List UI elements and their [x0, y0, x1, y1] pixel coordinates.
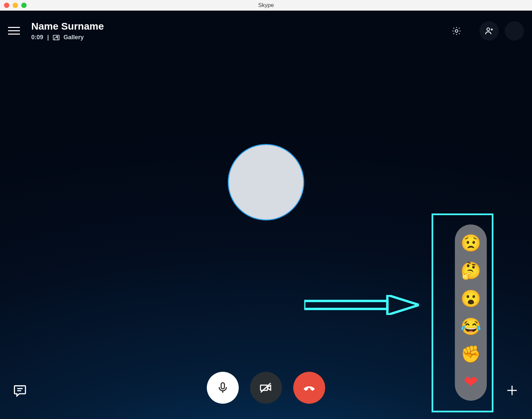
window-title: Skype	[0, 2, 532, 9]
contact-name: Name Surname	[31, 21, 104, 32]
chat-button[interactable]	[10, 380, 30, 400]
settings-button[interactable]	[447, 21, 466, 41]
call-controls	[0, 372, 532, 404]
svg-rect-2	[304, 301, 387, 309]
separator: |	[47, 34, 49, 41]
view-mode-label[interactable]: Gallery	[64, 34, 84, 41]
surprised-reaction[interactable]: 😮	[460, 288, 482, 310]
participant-avatar	[228, 144, 304, 220]
svg-rect-3	[221, 383, 224, 389]
call-info: Name Surname 0:09 | Gallery	[31, 21, 104, 41]
annotation-arrow-icon	[304, 295, 419, 315]
hangup-icon	[302, 380, 317, 395]
svg-point-1	[487, 28, 490, 31]
skype-window: Skype Name Surname 0:09 | Gallery	[0, 0, 532, 419]
thinking-reaction[interactable]: 🤔	[460, 260, 482, 282]
svg-line-4	[261, 383, 271, 392]
call-view: Name Surname 0:09 | Gallery	[0, 11, 532, 419]
more-actions-button[interactable]	[502, 380, 522, 400]
self-preview[interactable]	[505, 21, 524, 41]
add-person-icon	[484, 26, 494, 36]
gear-icon	[452, 26, 462, 36]
call-subline: 0:09 | Gallery	[31, 34, 104, 41]
chat-icon	[13, 383, 27, 398]
call-duration: 0:09	[31, 34, 43, 41]
mac-titlebar: Skype	[0, 0, 532, 11]
menu-button[interactable]	[8, 25, 20, 37]
call-header: Name Surname 0:09 | Gallery	[8, 21, 524, 41]
add-participant-button[interactable]	[479, 21, 499, 41]
gallery-view-icon	[53, 35, 60, 40]
camera-off-icon	[259, 381, 273, 395]
end-call-button[interactable]	[293, 372, 325, 404]
fist-reaction[interactable]: ✊	[460, 343, 482, 365]
sad-reaction[interactable]: 😟	[460, 232, 482, 254]
laugh-reaction[interactable]: 😂	[460, 316, 482, 338]
plus-icon	[506, 384, 518, 397]
microphone-icon	[216, 381, 229, 394]
svg-point-0	[455, 30, 458, 32]
camera-off-button[interactable]	[250, 372, 282, 404]
mic-button[interactable]	[207, 372, 239, 404]
